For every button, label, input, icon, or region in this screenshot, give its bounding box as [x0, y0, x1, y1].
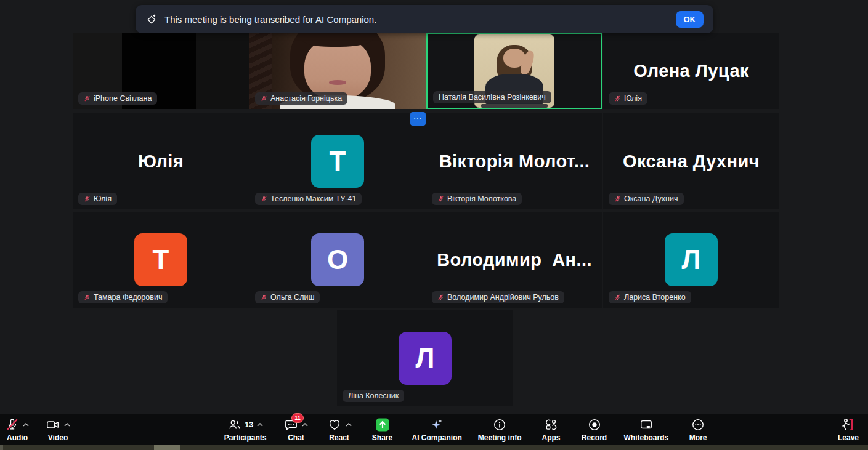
- muted-mic-icon: [261, 195, 267, 203]
- ok-button[interactable]: OK: [676, 11, 704, 28]
- share-screen-icon: [375, 417, 390, 432]
- apps-label: Apps: [542, 433, 561, 442]
- participant-name: Тамара Федорович: [94, 293, 162, 302]
- participant-name-pill: Юлія: [609, 92, 647, 105]
- participant-tile[interactable]: Вікторія Молот... Вікторія Молоткова: [426, 113, 602, 209]
- whiteboards-button[interactable]: Whiteboards: [624, 414, 669, 445]
- participant-avatar: Л: [665, 233, 718, 286]
- participant-name-pill: Оксана Духнич: [609, 193, 684, 205]
- participant-name-pill: Анастасія Горніцька: [255, 92, 347, 105]
- whiteboards-label: Whiteboards: [624, 433, 669, 442]
- participant-name: Анастасія Горніцька: [270, 94, 342, 103]
- participant-name: Володимир Андрійович Рульов: [447, 293, 559, 302]
- chevron-up-icon[interactable]: [257, 423, 263, 427]
- muted-mic-icon: [437, 294, 444, 301]
- participant-tile[interactable]: iPhone Світлана: [73, 33, 249, 109]
- heart-icon: [327, 418, 342, 432]
- participants-count: 13: [245, 420, 253, 429]
- participant-avatar: Л: [399, 332, 452, 385]
- share-label: Share: [372, 433, 392, 442]
- chat-label: Chat: [288, 433, 304, 442]
- participant-name: Юлія: [624, 94, 642, 103]
- audio-label: Audio: [7, 433, 28, 442]
- participant-avatar: О: [311, 233, 364, 286]
- participant-tile[interactable]: Л Ліна Колесник: [337, 310, 513, 406]
- audio-button[interactable]: Audio: [4, 414, 31, 445]
- ai-companion-button[interactable]: AI Companion: [412, 414, 462, 445]
- participant-tile[interactable]: Л Лариса Вторенко: [603, 212, 779, 308]
- video-button[interactable]: Video: [44, 414, 71, 445]
- meeting-info-button[interactable]: Meeting info: [478, 414, 522, 445]
- participant-tile[interactable]: Володимир Ан... Володимир Андрійович Рул…: [426, 212, 602, 308]
- transcription-banner: This meeting is being transcribed for AI…: [136, 5, 713, 33]
- participant-tile[interactable]: Анастасія Горніцька: [249, 33, 426, 109]
- muted-mic-icon: [614, 195, 621, 203]
- whiteboard-icon: [639, 418, 654, 432]
- camera-icon: [46, 418, 60, 432]
- participant-name: Вікторія Молоткова: [447, 195, 516, 203]
- muted-mic-icon: [261, 294, 267, 301]
- participant-tile[interactable]: Т Тамара Федорович: [73, 212, 249, 308]
- background-window-strip: [0, 445, 868, 450]
- participant-name-pill: Лариса Вторенко: [609, 291, 691, 303]
- participant-avatar: Т: [311, 135, 364, 188]
- participant-tile[interactable]: Т Тесленко Максим ТУ-41: [249, 113, 426, 209]
- record-icon: [588, 418, 601, 432]
- muted-mic-icon: [614, 294, 621, 301]
- ai-companion-label: AI Companion: [412, 433, 462, 442]
- leave-meeting-icon: [840, 417, 856, 432]
- chat-unread-badge: 11: [291, 413, 304, 423]
- more-label: More: [689, 433, 707, 442]
- meeting-info-label: Meeting info: [478, 433, 522, 442]
- chevron-up-icon[interactable]: [346, 423, 352, 427]
- record-button[interactable]: Record: [581, 414, 608, 445]
- participant-tile-active-speaker[interactable]: Наталія Василівна Розінкевич: [426, 33, 602, 109]
- chevron-up-icon[interactable]: [23, 423, 29, 427]
- muted-mic-icon: [6, 418, 19, 432]
- chevron-up-icon[interactable]: [64, 423, 70, 427]
- participant-name-pill: iPhone Світлана: [78, 92, 157, 105]
- participants-icon: [227, 418, 242, 432]
- participant-name: Оксана Духнич: [624, 195, 678, 203]
- participant-tile[interactable]: Юлія Юлія: [73, 113, 249, 209]
- muted-mic-icon: [84, 294, 91, 301]
- muted-mic-icon: [261, 95, 267, 102]
- apps-button[interactable]: Apps: [538, 414, 565, 445]
- participant-name: Лариса Вторенко: [624, 293, 686, 302]
- participant-name-pill: Вікторія Молоткова: [432, 193, 522, 205]
- participant-tile[interactable]: Олена Луцак Юлія: [603, 33, 779, 109]
- participant-name-pill: Тесленко Максим ТУ-41: [255, 193, 362, 205]
- video-label: Video: [48, 433, 68, 442]
- participant-name: Ольга Слиш: [270, 293, 314, 302]
- chat-button[interactable]: 11 Chat: [283, 414, 310, 445]
- muted-mic-icon: [84, 195, 91, 203]
- leave-button[interactable]: Leave: [835, 414, 862, 445]
- react-button[interactable]: React: [326, 414, 353, 445]
- react-label: React: [329, 433, 349, 442]
- ai-sparkle-icon: [145, 14, 157, 25]
- muted-mic-icon: [614, 95, 621, 102]
- more-button[interactable]: More: [684, 414, 712, 445]
- more-icon: [691, 418, 705, 432]
- muted-mic-icon: [437, 195, 444, 203]
- participant-tile[interactable]: О Ольга Слиш: [249, 212, 426, 308]
- participant-name-pill: Наталія Василівна Розінкевич: [433, 91, 551, 103]
- muted-mic-icon: [84, 95, 91, 102]
- chevron-up-icon[interactable]: [302, 423, 308, 427]
- participant-name-pill: Юлія: [78, 193, 117, 205]
- meeting-toolbar: Audio Video: [0, 414, 868, 445]
- participant-avatar: Т: [134, 233, 187, 286]
- tile-more-options-button[interactable]: ···: [410, 112, 426, 126]
- participant-name-pill: Володимир Андрійович Рульов: [432, 291, 564, 303]
- apps-icon: [544, 418, 558, 432]
- participant-name: Юлія: [94, 195, 112, 203]
- info-icon: [493, 418, 506, 432]
- participant-name: iPhone Світлана: [94, 94, 152, 103]
- record-label: Record: [582, 433, 607, 442]
- banner-message: This meeting is being transcribed for AI…: [164, 14, 676, 25]
- participants-button[interactable]: 13 Participants: [224, 414, 267, 445]
- share-button[interactable]: Share: [369, 414, 396, 445]
- participant-name: Тесленко Максим ТУ-41: [270, 195, 356, 203]
- participant-tile[interactable]: Оксана Духнич Оксана Духнич: [603, 113, 779, 209]
- participants-label: Participants: [224, 433, 267, 442]
